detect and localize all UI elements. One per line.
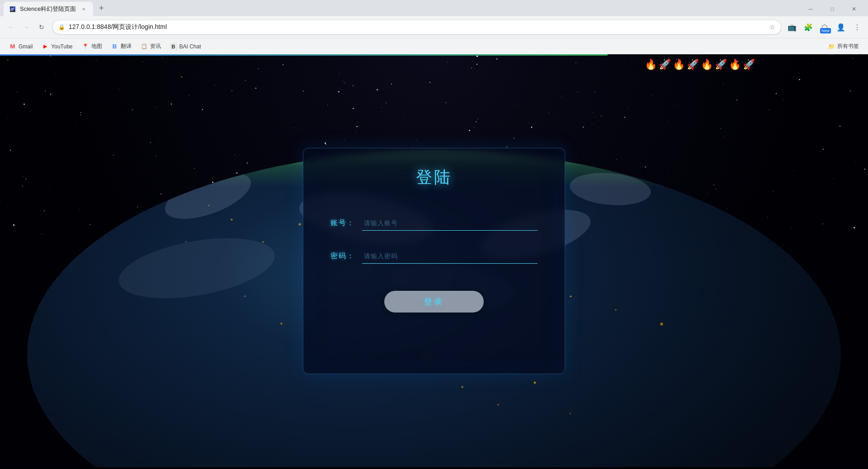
star — [839, 147, 839, 147]
password-row: 密码： — [330, 249, 538, 264]
bookmark-maps[interactable]: 📍 地图 — [78, 41, 106, 52]
account-label: 账号： — [330, 218, 355, 228]
gmail-favicon: M — [9, 43, 16, 50]
star — [10, 150, 11, 151]
star — [736, 99, 737, 100]
bookmark-gmail[interactable]: M Gmail — [5, 41, 36, 52]
star — [476, 64, 477, 65]
emoji-rocket-3: 🚀 — [715, 59, 727, 71]
tabs-bar: 🌌 Science科幻登陆页面 × + ─ □ ✕ — [0, 0, 868, 16]
star — [446, 102, 447, 103]
translate-favicon: B — [111, 43, 118, 50]
star — [283, 64, 283, 65]
star — [716, 189, 716, 189]
star — [601, 116, 601, 116]
star — [327, 105, 328, 105]
star — [45, 90, 46, 91]
page-content: 🔥 🚀 🔥 🚀 🔥 🚀 🔥 🚀 登陆 账号： 密码： 登录 — [0, 54, 868, 467]
account-input[interactable] — [362, 216, 538, 231]
star — [377, 89, 377, 90]
password-input[interactable] — [362, 249, 538, 264]
menu-icon: ⋮ — [854, 23, 861, 32]
bookmark-news-label: 资讯 — [150, 43, 161, 50]
star — [429, 82, 430, 83]
browser-chrome: 🌌 Science科幻登陆页面 × + ─ □ ✕ ← → ↻ 🔒 127.0.… — [0, 0, 868, 54]
login-container: 登陆 账号： 密码： 登录 — [303, 148, 565, 374]
star — [34, 130, 35, 130]
star — [23, 176, 24, 177]
login-title: 登陆 — [416, 166, 452, 189]
active-tab[interactable]: 🌌 Science科幻登陆页面 × — [4, 2, 93, 16]
bookmarks-bar: M Gmail ▶ YouTube 📍 地图 B 翻译 📋 资讯 B BAI C… — [0, 38, 868, 54]
emoji-fire-1: 🔥 — [645, 59, 657, 71]
maps-favicon: 📍 — [82, 43, 89, 50]
extensions-button[interactable]: 🧩 — [801, 20, 816, 34]
minimize-button[interactable]: ─ — [800, 3, 821, 15]
star — [162, 58, 163, 58]
star — [353, 108, 354, 109]
account-row: 账号： — [330, 216, 538, 231]
star — [405, 114, 405, 114]
maximize-button[interactable]: □ — [822, 3, 843, 15]
star — [258, 68, 259, 69]
star — [627, 107, 628, 108]
star — [721, 128, 721, 129]
new-tab-button[interactable]: + — [95, 2, 108, 14]
tab-close-button[interactable]: × — [80, 5, 88, 13]
reload-button[interactable]: ↻ — [34, 20, 49, 34]
star — [783, 99, 783, 99]
forward-button[interactable]: → — [19, 20, 33, 34]
star — [548, 113, 549, 114]
star — [864, 169, 865, 170]
cast-button[interactable]: 📺 — [785, 20, 799, 34]
profile-icon: 👤 — [836, 23, 845, 32]
close-button[interactable]: ✕ — [844, 3, 864, 15]
bookmark-translate[interactable]: B 翻译 — [108, 41, 135, 52]
star — [24, 104, 24, 104]
star — [255, 88, 256, 89]
lock-icon: 🔒 — [58, 24, 65, 30]
star — [181, 76, 182, 77]
star — [592, 124, 592, 124]
window-controls: ─ □ ✕ — [800, 3, 864, 15]
bookmark-star-icon[interactable]: ☆ — [769, 24, 775, 31]
bookmark-news[interactable]: 📋 资讯 — [137, 41, 165, 52]
star — [531, 127, 532, 128]
star — [75, 124, 76, 125]
url-text: 127.0.0.1:8848/网页设计/login.html — [69, 23, 766, 31]
star — [118, 89, 119, 90]
star — [202, 109, 203, 110]
star — [476, 121, 476, 122]
all-bookmarks-label: 所有书签 — [837, 43, 859, 50]
all-bookmarks-button[interactable]: 📁 所有书签 — [825, 41, 863, 52]
star — [561, 96, 561, 96]
extensions-icon: 🧩 — [804, 23, 813, 32]
menu-button[interactable]: ⋮ — [850, 20, 864, 34]
star — [17, 92, 17, 92]
star — [723, 83, 723, 84]
baichat-favicon: B — [170, 43, 177, 50]
new-badge: New — [820, 28, 831, 33]
news-favicon: 📋 — [141, 43, 148, 50]
star — [594, 91, 595, 92]
bookmark-maps-label: 地图 — [91, 43, 102, 50]
back-button[interactable]: ← — [4, 20, 18, 34]
profile-button[interactable]: 👤 — [834, 20, 848, 34]
address-bar[interactable]: 🔒 127.0.0.1:8848/网页设计/login.html ☆ — [52, 20, 781, 34]
star — [399, 78, 399, 79]
bookmark-baichat[interactable]: B BAI Chat — [166, 41, 205, 52]
cast-icon: 📺 — [788, 23, 797, 32]
star — [353, 85, 354, 86]
star — [469, 130, 470, 131]
star — [13, 224, 14, 225]
star — [150, 142, 151, 143]
star — [514, 138, 514, 138]
star — [853, 58, 853, 59]
star — [799, 79, 800, 80]
bookmark-youtube[interactable]: ▶ YouTube — [38, 41, 76, 52]
bookmark-youtube-label: YouTube — [51, 43, 72, 50]
star — [356, 126, 357, 127]
star — [476, 56, 477, 57]
login-button[interactable]: 登录 — [384, 291, 484, 313]
star — [215, 85, 215, 85]
